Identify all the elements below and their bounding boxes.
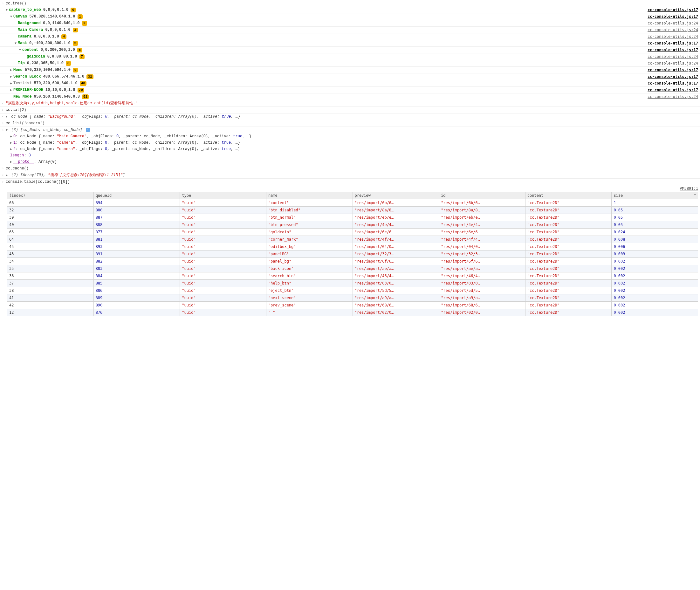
- table-row[interactable]: 32880"uuid""btn_disabled""res/import/8a/…: [7, 207, 698, 214]
- table-row[interactable]: 65877"uuid""goldcoin""res/import/6e/6…"r…: [7, 228, 698, 236]
- source-link[interactable]: cc-console-utils.js:24: [645, 94, 698, 99]
- col-size[interactable]: size▼: [612, 192, 698, 199]
- table-row[interactable]: 37885"uuid""help_btn""res/import/03/0…"r…: [7, 280, 698, 287]
- source-link[interactable]: cc-console-utils.js:24: [645, 54, 698, 60]
- table-row[interactable]: 40888"uuid""btn_pressed""res/import/4e/4…: [7, 221, 698, 228]
- col-name[interactable]: name: [266, 192, 353, 199]
- tree-node-row[interactable]: goldcoin 0,0,80,80,1.0 7cc-console-utils…: [0, 53, 700, 60]
- cmd-text: cc.cache(): [6, 166, 698, 171]
- source-link[interactable]: cc-console-utils.js:17: [645, 80, 698, 86]
- tree-node-row[interactable]: PROFILER-NODE 10,10,0,0,1.0 79cc-console…: [0, 87, 700, 93]
- list-item-row[interactable]: 1: cc_Node {_name: "camera", _objFlags: …: [0, 139, 700, 146]
- source-link[interactable]: cc-console-utils.js:17: [645, 7, 698, 13]
- tree-node-content: Canvas 570,320,1140,640,1.0 1: [6, 14, 645, 19]
- vm-link[interactable]: VM3891:1: [677, 186, 698, 191]
- tree-node-row[interactable]: Mask 0,-100,300,300,1.0 5cc-console-util…: [0, 40, 700, 46]
- tree-node-row[interactable]: capture_to_web 0,0,0,0,1.0 0cc-console-u…: [0, 7, 700, 13]
- obj-preview[interactable]: cc_Node {_name: "Background", _objFlags:…: [11, 114, 240, 119]
- source-link[interactable]: cc-console-utils.js:24: [645, 27, 698, 33]
- table-header-row[interactable]: (index)queueIdtypenamepreviewidcontentsi…: [7, 192, 698, 199]
- list-item-row[interactable]: 2: cc_Node {_name: "camera", _objFlags: …: [0, 146, 700, 152]
- source-link[interactable]: cc-console-utils.js:17: [645, 14, 698, 19]
- expand-icon[interactable]: [6, 173, 9, 178]
- array-header[interactable]: (3) [cc_Node, cc_Node, cc_Node]: [11, 128, 82, 132]
- tree-node-row[interactable]: Main Camera 0,0,0,0,1.0 3cc-console-util…: [0, 26, 700, 33]
- tree-node-row[interactable]: TestList 570,320,600,640,1.0 40cc-consol…: [0, 80, 700, 87]
- col-preview[interactable]: preview: [353, 192, 439, 199]
- collapse-icon[interactable]: [19, 48, 22, 53]
- node-coords: 570,320,1094,594,1.0: [25, 68, 71, 72]
- console-input-row[interactable]: › console.table(cc.cache()[0]): [0, 178, 700, 185]
- console-input-row[interactable]: › cc.cache(): [0, 165, 700, 172]
- col-type[interactable]: type: [180, 192, 267, 199]
- node-id-badge: 79: [78, 88, 84, 93]
- node-coords: 0,0,0,0,1.0: [43, 8, 68, 12]
- node-name: Search Block: [13, 74, 41, 79]
- tree-node-row[interactable]: Background 0,0,1140,640,1.0 2cc-console-…: [0, 20, 700, 26]
- node-name: content: [22, 48, 38, 52]
- list-name: "camera": [57, 140, 75, 145]
- table-row[interactable]: 12876"uuid"" ""res/import/02/0…"res/impo…: [7, 309, 698, 316]
- col-id[interactable]: id: [439, 192, 525, 199]
- source-link[interactable]: cc-console-utils.js:24: [645, 20, 698, 26]
- source-link[interactable]: cc-console-utils.js:17: [645, 87, 698, 93]
- console-input-row[interactable]: › cc.list('camera'): [0, 120, 700, 126]
- list-proto-row[interactable]: __proto__: Array(0): [0, 159, 700, 165]
- info-icon[interactable]: [86, 128, 90, 132]
- source-link[interactable]: cc-console-utils.js:24: [645, 34, 698, 39]
- expand-icon[interactable]: [6, 114, 9, 119]
- table-row[interactable]: 64881"uuid""corner_mark""res/import/4f/4…: [7, 236, 698, 243]
- array-preview[interactable]: (2) [Array(70), "缓存 [文件总数:70][纹理缓存:1.21M…: [11, 173, 125, 177]
- source-link[interactable]: cc-console-utils.js:17: [645, 74, 698, 80]
- source-link[interactable]: cc-console-utils.js:17: [645, 67, 698, 73]
- node-coords: 0,238,365,50,1.0: [27, 61, 64, 66]
- table-row[interactable]: 42890"uuid""prev_scene""res/import/68/6……: [7, 302, 698, 309]
- tree-node-row[interactable]: Menu 570,320,1094,594,1.0 9cc-console-ut…: [0, 67, 700, 73]
- prompt-icon: ›: [0, 180, 6, 184]
- col-queueId[interactable]: queueId: [93, 192, 180, 199]
- table-row[interactable]: 35883"uuid""back icon""res/import/ae/a…"…: [7, 265, 698, 273]
- table-row[interactable]: 36884"uuid""search_btn""res/import/46/4……: [7, 273, 698, 280]
- prompt-icon: ›: [0, 108, 6, 112]
- table-row[interactable]: 45893"uuid""editbox_bg""res/import/04/0……: [7, 243, 698, 251]
- tree-node-content: Menu 570,320,1094,594,1.0 9: [6, 67, 645, 73]
- source-link[interactable]: cc-console-utils.js:17: [645, 40, 698, 46]
- tree-node-row[interactable]: Canvas 570,320,1140,640,1.0 1cc-console-…: [0, 13, 700, 20]
- console-input-row[interactable]: › cc.cat(2): [0, 106, 700, 113]
- tree-node-row[interactable]: camera 0,0,0,0,1.0 4cc-console-utils.js:…: [0, 33, 700, 40]
- tree-node-row[interactable]: Tip 0,238,365,50,1.0 8cc-console-utils.j…: [0, 60, 700, 67]
- expand-icon[interactable]: [10, 140, 13, 145]
- expand-icon[interactable]: [10, 81, 13, 86]
- table-row[interactable]: 39887"uuid""btn_normal""res/import/eb/e……: [7, 214, 698, 221]
- node-coords: 0,-100,300,300,1.0: [29, 41, 71, 45]
- col-index[interactable]: (index): [7, 192, 94, 199]
- tree-node-row[interactable]: New Node 950,160,1140,640,0.3 82cc-conso…: [0, 93, 700, 100]
- expand-icon[interactable]: [10, 88, 13, 93]
- collapse-icon[interactable]: [6, 8, 9, 12]
- source-link[interactable]: cc-console-utils.js:17: [645, 47, 698, 53]
- node-name: Background: [18, 21, 41, 25]
- tree-node-content: goldcoin 0,0,80,80,1.0 7: [6, 54, 645, 60]
- expand-icon[interactable]: [10, 134, 13, 139]
- expand-icon[interactable]: [10, 68, 13, 73]
- tree-node-row[interactable]: content 0,0,300,300,1.0 6cc-console-util…: [0, 46, 700, 53]
- list-item-row[interactable]: 0: cc_Node {_name: "Main Camera", _objFl…: [0, 133, 700, 139]
- collapse-icon[interactable]: [15, 41, 18, 46]
- collapse-icon[interactable]: [10, 14, 13, 19]
- console-input-row[interactable]: › cc.tree(): [0, 0, 700, 7]
- table-row[interactable]: 38886"uuid""eject_btn""res/import/5d/5…"…: [7, 287, 698, 294]
- node-id-badge: 7: [80, 55, 85, 59]
- source-link[interactable]: cc-console-utils.js:24: [645, 61, 698, 66]
- table-row[interactable]: 41889"uuid""next_scene""res/import/a9/a……: [7, 294, 698, 302]
- collapse-icon[interactable]: [6, 128, 9, 132]
- table-row[interactable]: 43891"uuid""panelBG""res/import/32/3…"re…: [7, 251, 698, 258]
- col-content[interactable]: content: [525, 192, 612, 199]
- table-row[interactable]: 66894"uuid""content""res/import/6b/6…"re…: [7, 199, 698, 207]
- table-row[interactable]: 34882"uuid""panel_bg""res/import/6f/6…"r…: [7, 258, 698, 265]
- tree-node-content: Main Camera 0,0,0,0,1.0 3: [6, 27, 645, 33]
- expand-icon[interactable]: [10, 74, 13, 79]
- tree-node-content: TestList 570,320,600,640,1.0 40: [6, 80, 645, 86]
- expand-icon[interactable]: [10, 147, 13, 152]
- expand-icon[interactable]: [10, 160, 13, 164]
- tree-node-row[interactable]: Search Block 480,666,574,46,1.0 32cc-con…: [0, 73, 700, 80]
